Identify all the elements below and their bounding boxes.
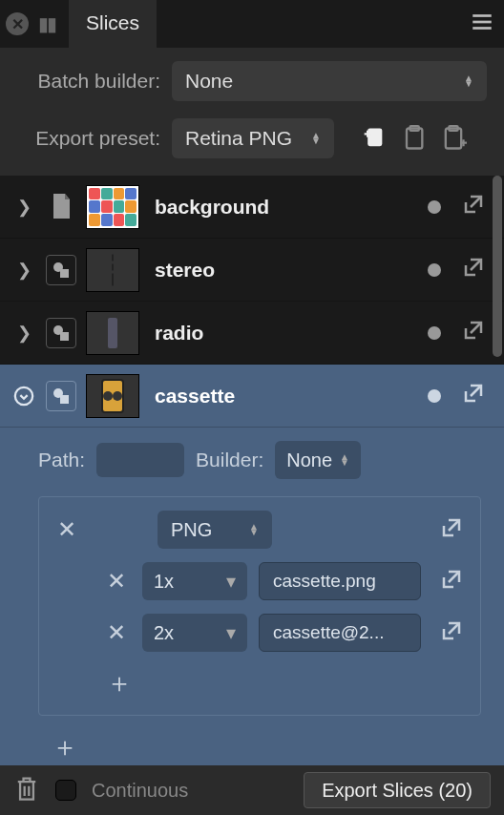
- tab-slices[interactable]: Slices: [69, 0, 157, 48]
- reveal-icon[interactable]: [462, 256, 485, 283]
- export-format-block: ✕ PNG ▲▼ ✕ 1x ▾ cassette.png: [38, 496, 481, 716]
- builder-value: None: [286, 449, 332, 471]
- reveal-icon[interactable]: [440, 619, 463, 647]
- path-input[interactable]: [96, 443, 184, 477]
- continuous-checkbox[interactable]: [55, 780, 76, 801]
- filename-input[interactable]: cassette@2...: [259, 614, 421, 652]
- slice-row[interactable]: cassette: [0, 365, 504, 428]
- layer-icon: [46, 255, 76, 285]
- panel-menu-button[interactable]: [470, 10, 494, 39]
- updown-icon: ▲▼: [464, 75, 473, 87]
- chevron-right-icon[interactable]: ❯: [11, 260, 36, 281]
- slice-name: background: [149, 196, 418, 219]
- slice-export-details: Path: Builder: None ▲▼ ✕ PNG ▲▼: [0, 428, 504, 786]
- dock-handle-icon[interactable]: ▮▮: [38, 12, 55, 35]
- slice-row[interactable]: ❯ background: [0, 176, 504, 239]
- reveal-icon[interactable]: [462, 193, 485, 220]
- filename-input[interactable]: cassette.png: [259, 562, 421, 600]
- export-preset-value: Retina PNG: [185, 127, 292, 150]
- slice-name: stereo: [149, 259, 418, 282]
- remove-scale-button[interactable]: ✕: [102, 619, 131, 646]
- slice-row[interactable]: ❯ radio: [0, 302, 504, 365]
- chevron-right-icon[interactable]: ❯: [11, 197, 36, 218]
- slice-name: cassette: [149, 385, 418, 408]
- updown-icon: ▲▼: [340, 454, 349, 466]
- format-value: PNG: [171, 519, 212, 541]
- reveal-icon[interactable]: [440, 568, 463, 596]
- remove-format-button[interactable]: ✕: [52, 516, 81, 543]
- slice-thumbnail: [86, 185, 139, 229]
- delete-slice-button[interactable]: [13, 774, 40, 807]
- scale-select[interactable]: 2x ▾: [142, 614, 247, 652]
- panel-header: ✕ ▮▮ Slices: [0, 0, 504, 48]
- new-preset-from-slice-button[interactable]: [359, 124, 388, 153]
- svg-rect-14: [60, 395, 69, 404]
- scale-value: 2x: [154, 622, 174, 644]
- svg-rect-3: [368, 129, 382, 147]
- scale-select[interactable]: 1x ▾: [142, 562, 247, 600]
- chevron-right-icon[interactable]: ❯: [11, 323, 36, 344]
- batch-builder-value: None: [185, 70, 233, 93]
- copy-preset-button[interactable]: [399, 124, 428, 153]
- export-status-dot[interactable]: [428, 263, 441, 277]
- batch-builder-select[interactable]: None ▲▼: [172, 61, 487, 101]
- remove-scale-button[interactable]: ✕: [102, 568, 131, 595]
- format-select[interactable]: PNG ▲▼: [158, 511, 272, 549]
- layer-icon: [46, 381, 76, 411]
- slice-thumbnail: [86, 248, 139, 292]
- builder-label: Builder:: [196, 449, 263, 471]
- slice-row[interactable]: ❯ stereo: [0, 239, 504, 302]
- reveal-icon[interactable]: [462, 319, 485, 346]
- slice-thumbnail: [86, 374, 139, 418]
- reveal-icon[interactable]: [462, 382, 485, 409]
- export-status-dot[interactable]: [428, 326, 441, 340]
- export-status-dot[interactable]: [428, 389, 441, 403]
- scale-value: 1x: [154, 571, 174, 593]
- panel-footer: Continuous Export Slices (20): [0, 765, 504, 815]
- slice-list: ❯ background ❯ stereo ❯: [0, 176, 504, 815]
- reveal-icon[interactable]: [440, 516, 463, 544]
- continuous-label: Continuous: [92, 780, 188, 802]
- svg-rect-11: [60, 332, 69, 341]
- builder-select[interactable]: None ▲▼: [275, 441, 361, 479]
- page-icon: [46, 192, 76, 222]
- export-status-dot[interactable]: [428, 200, 441, 214]
- updown-icon: ▲▼: [311, 133, 321, 144]
- export-slices-button[interactable]: Export Slices (20): [304, 772, 491, 808]
- export-preset-select[interactable]: Retina PNG ▲▼: [172, 118, 334, 158]
- add-format-button[interactable]: ＋: [38, 729, 481, 765]
- path-label: Path:: [38, 449, 85, 471]
- batch-builder-label: Batch builder:: [17, 70, 160, 93]
- add-preset-button[interactable]: [439, 124, 468, 153]
- export-options: Batch builder: None ▲▼ Export preset: Re…: [0, 48, 504, 176]
- slice-thumbnail: [86, 311, 139, 355]
- chevron-down-icon[interactable]: [11, 386, 36, 407]
- export-preset-label: Export preset:: [17, 127, 160, 150]
- slice-name: radio: [149, 322, 418, 345]
- layer-icon: [46, 318, 76, 348]
- updown-icon: ▲▼: [249, 524, 259, 535]
- add-scale-button[interactable]: ＋: [49, 665, 463, 701]
- svg-point-12: [15, 387, 32, 404]
- scrollbar[interactable]: [493, 176, 502, 357]
- close-panel-button[interactable]: ✕: [6, 12, 29, 35]
- svg-rect-9: [60, 269, 69, 278]
